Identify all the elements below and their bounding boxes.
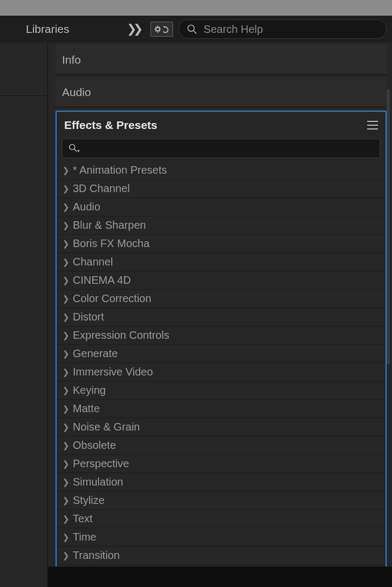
search-help-input[interactable] [204, 23, 379, 36]
effects-category-label: CINEMA 4D [73, 274, 131, 286]
chevron-right-icon: ❯ [62, 331, 70, 340]
effects-category-row[interactable]: ❯Distort [57, 308, 386, 326]
effects-category-label: Immersive Video [73, 366, 153, 378]
search-icon [187, 24, 197, 35]
effects-category-row[interactable]: ❯Matte [57, 400, 386, 418]
svg-point-1 [188, 25, 194, 32]
chevron-right-icon: ❯ [62, 533, 70, 542]
effects-category-row[interactable]: ❯Color Correction [57, 290, 386, 308]
chevron-right-icon: ❯ [62, 294, 70, 304]
effects-search-input[interactable] [84, 143, 374, 154]
chevron-right-icon: ❯ [62, 386, 70, 395]
chevron-right-icon: ❯ [62, 257, 70, 267]
effects-category-row[interactable]: ❯Immersive Video [57, 363, 386, 381]
effects-category-label: Generate [73, 347, 118, 360]
effects-panel-header[interactable]: Effects & Presets [57, 112, 386, 139]
window-titlebar [0, 0, 392, 16]
footer-bar [48, 566, 392, 587]
effects-category-label: Channel [73, 256, 113, 268]
effects-category-list[interactable]: ❯* Animation Presets❯3D Channel❯Audio❯Bl… [57, 161, 386, 583]
chevron-right-icon: ❯ [62, 496, 70, 506]
chevron-right-icon: ❯ [62, 202, 70, 212]
effects-category-label: Time [73, 531, 97, 543]
search-help-field[interactable] [178, 19, 387, 39]
effects-category-label: Boris FX Mocha [73, 237, 149, 250]
panel-menu-icon[interactable] [367, 121, 378, 129]
chevron-right-icon: ❯ [62, 441, 70, 451]
chevron-right-icon: ❯ [62, 404, 70, 414]
chevron-right-icon: ❯ [62, 276, 70, 285]
chevron-right-icon: ❯ [62, 514, 70, 524]
chevron-right-icon: ❯ [62, 349, 70, 359]
effects-category-row[interactable]: ❯Noise & Grain [57, 418, 386, 436]
chevron-right-icon: ❯ [62, 477, 70, 487]
effects-category-label: Transition [73, 549, 120, 562]
effects-category-label: Color Correction [73, 292, 152, 305]
libraries-tab-label: Libraries [26, 23, 70, 36]
main-area: Info Audio Effects & Presets [0, 43, 392, 587]
left-pane [0, 43, 48, 587]
audio-panel-title: Audio [62, 86, 91, 99]
effects-category-label: Obsolete [73, 439, 116, 452]
svg-point-0 [156, 28, 160, 31]
effects-category-row[interactable]: ❯Channel [57, 253, 386, 271]
effects-category-label: Stylize [73, 494, 105, 507]
chevron-right-icon: ❯ [62, 239, 70, 249]
svg-line-2 [193, 31, 196, 34]
effects-category-label: Keying [73, 384, 106, 397]
effects-category-label: Simulation [73, 476, 123, 488]
info-panel-title: Info [62, 53, 81, 66]
svg-line-4 [74, 149, 77, 152]
effects-category-row[interactable]: ❯Blur & Sharpen [57, 216, 386, 235]
chevron-right-icon: ❯ [62, 184, 70, 194]
toolbar: Libraries ❯❯ [0, 16, 392, 43]
effects-category-row[interactable]: ❯Generate [57, 345, 386, 363]
panel-scrollbar[interactable] [387, 89, 390, 364]
audio-panel-header[interactable]: Audio [56, 77, 387, 107]
effects-category-row[interactable]: ❯Simulation [57, 473, 386, 492]
effects-category-row[interactable]: ❯Audio [57, 198, 386, 216]
effects-category-row[interactable]: ❯Expression Controls [57, 326, 386, 345]
effects-category-label: Perspective [73, 458, 129, 470]
chevron-right-icon: ❯ [62, 422, 70, 432]
effects-category-label: 3D Channel [73, 182, 130, 195]
effects-category-row[interactable]: ❯* Animation Presets [57, 161, 386, 180]
effects-category-label: Text [73, 513, 93, 525]
collapse-panel-icon[interactable]: ❯❯ [127, 20, 145, 38]
chevron-right-icon: ❯ [62, 367, 70, 377]
effects-category-label: Matte [73, 402, 100, 415]
effects-search-field[interactable] [62, 139, 380, 158]
effects-category-row[interactable]: ❯Keying [57, 381, 386, 400]
effects-category-label: Distort [73, 311, 104, 323]
search-dropdown-icon [68, 143, 81, 154]
effects-category-row[interactable]: ❯Text [57, 510, 386, 528]
effects-presets-panel: Effects & Presets ❯* Animation Presets❯3… [56, 111, 387, 584]
effects-category-row[interactable]: ❯Stylize [57, 492, 386, 510]
chevron-right-icon: ❯ [62, 312, 70, 322]
effects-category-label: Expression Controls [73, 329, 169, 342]
effects-category-row[interactable]: ❯Boris FX Mocha [57, 235, 386, 253]
effects-category-row[interactable]: ❯Time [57, 528, 386, 547]
chevron-right-icon: ❯ [62, 166, 70, 175]
info-panel-header[interactable]: Info [56, 45, 387, 75]
effects-category-row[interactable]: ❯CINEMA 4D [57, 271, 386, 290]
effects-category-row[interactable]: ❯Perspective [57, 455, 386, 473]
effects-category-row[interactable]: ❯3D Channel [57, 180, 386, 198]
chevron-right-icon: ❯ [62, 459, 70, 469]
svg-marker-5 [77, 150, 80, 152]
effects-category-label: * Animation Presets [73, 164, 167, 176]
effects-category-row[interactable]: ❯Transition [57, 547, 386, 565]
effects-panel-title: Effects & Presets [64, 119, 157, 132]
chevron-right-icon: ❯ [62, 221, 70, 230]
effects-category-label: Blur & Sharpen [73, 219, 146, 231]
chevron-right-icon: ❯ [62, 551, 70, 561]
effects-category-row[interactable]: ❯Obsolete [57, 436, 386, 455]
left-pane-divider [0, 95, 47, 96]
sync-settings-button[interactable] [150, 22, 173, 37]
libraries-tab[interactable]: Libraries [0, 16, 80, 43]
gear-sync-icon [153, 24, 171, 35]
panel-stack: Info Audio Effects & Presets [48, 43, 392, 587]
effects-category-label: Noise & Grain [73, 421, 140, 433]
effects-category-label: Audio [73, 201, 100, 213]
